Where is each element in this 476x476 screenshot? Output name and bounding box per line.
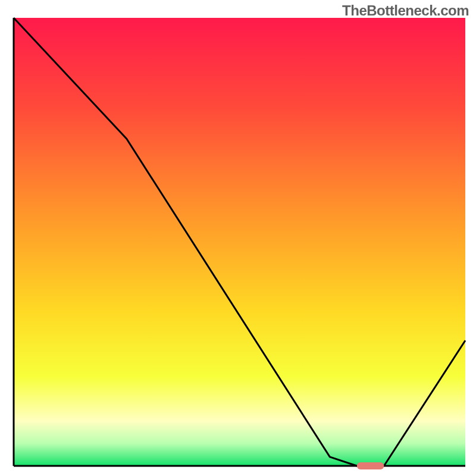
watermark-text: TheBottleneck.com (342, 2, 469, 19)
bottleneck-chart (0, 0, 476, 476)
optimal-range-marker (357, 462, 384, 469)
chart-gradient-bg (14, 18, 465, 466)
